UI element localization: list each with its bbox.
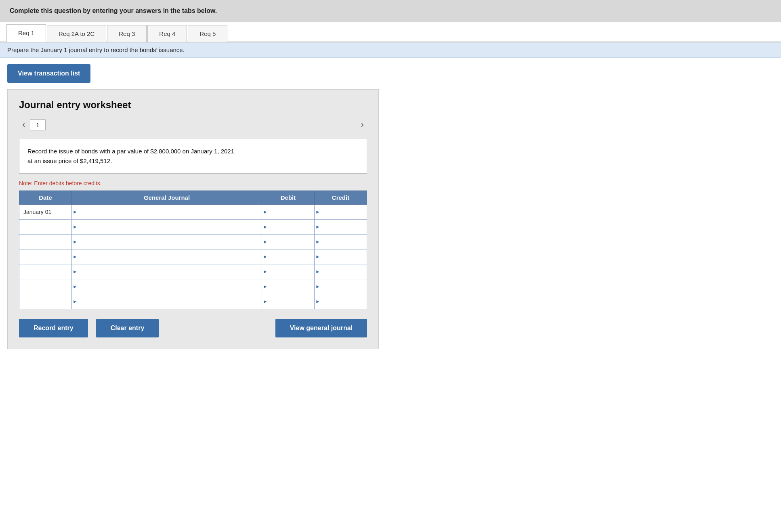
tab-req2a2c[interactable]: Req 2A to 2C	[47, 25, 106, 42]
journal-cell-2[interactable]: ►	[72, 220, 262, 235]
credit-cell-5[interactable]: ►	[315, 264, 367, 279]
journal-input-2[interactable]	[78, 220, 262, 234]
date-cell-6	[19, 279, 72, 294]
record-entry-button[interactable]: Record entry	[19, 319, 88, 337]
credit-arrow-4: ►	[315, 254, 320, 260]
date-cell-2	[19, 220, 72, 235]
arrow-icon-6: ►	[73, 284, 78, 289]
credit-cell-3[interactable]: ►	[315, 235, 367, 249]
debit-cell-6[interactable]: ►	[262, 279, 315, 294]
col-header-debit: Debit	[262, 191, 315, 205]
arrow-icon-7: ►	[73, 299, 78, 304]
table-row: ► ► ►	[19, 279, 367, 294]
date-cell-3	[19, 235, 72, 249]
journal-input-7[interactable]	[78, 294, 262, 309]
table-row: ► ► ►	[19, 294, 367, 309]
journal-cell-6[interactable]: ►	[72, 279, 262, 294]
tab-req4[interactable]: Req 4	[147, 25, 187, 42]
tabs-bar: Req 1 Req 2A to 2C Req 3 Req 4 Req 5	[0, 24, 781, 42]
debit-cell-2[interactable]: ►	[262, 220, 315, 235]
credit-input-4[interactable]	[320, 249, 367, 264]
tab-req3[interactable]: Req 3	[107, 25, 147, 42]
tab-req5[interactable]: Req 5	[188, 25, 227, 42]
credit-input-3[interactable]	[320, 235, 367, 249]
debit-cell-7[interactable]: ►	[262, 294, 315, 309]
credit-input-1[interactable]	[320, 205, 367, 219]
debit-cell-1[interactable]: ►	[262, 205, 315, 220]
journal-cell-5[interactable]: ►	[72, 264, 262, 279]
table-row: ► ► ►	[19, 264, 367, 279]
debit-cell-5[interactable]: ►	[262, 264, 315, 279]
arrow-icon-5: ►	[73, 269, 78, 274]
credit-input-2[interactable]	[320, 220, 367, 234]
worksheet-title: Journal entry worksheet	[19, 99, 367, 111]
debit-cell-3[interactable]: ►	[262, 235, 315, 249]
journal-cell-7[interactable]: ►	[72, 294, 262, 309]
debit-arrow-5: ►	[263, 269, 268, 274]
debit-input-1[interactable]	[268, 205, 314, 219]
credit-arrow-2: ►	[315, 224, 320, 230]
date-cell-4	[19, 249, 72, 264]
credit-arrow-6: ►	[315, 284, 320, 289]
credit-cell-1[interactable]: ►	[315, 205, 367, 220]
bottom-buttons: Record entry Clear entry View general jo…	[19, 319, 367, 337]
journal-cell-4[interactable]: ►	[72, 249, 262, 264]
credit-cell-7[interactable]: ►	[315, 294, 367, 309]
arrow-icon-4: ►	[73, 254, 78, 260]
credit-input-7[interactable]	[320, 294, 367, 309]
credit-input-6[interactable]	[320, 279, 367, 294]
description-box: Record the issue of bonds with a par val…	[19, 139, 367, 174]
blue-banner: Prepare the January 1 journal entry to r…	[0, 42, 781, 58]
debit-input-4[interactable]	[268, 249, 314, 264]
prev-page-arrow[interactable]: ‹	[19, 118, 28, 132]
journal-input-5[interactable]	[78, 264, 262, 279]
debit-arrow-1: ►	[263, 209, 268, 215]
worksheet-container: Journal entry worksheet ‹ 1 › Record the…	[7, 89, 379, 349]
tab-req1[interactable]: Req 1	[6, 24, 46, 42]
debit-arrow-7: ►	[263, 299, 268, 304]
debit-input-6[interactable]	[268, 279, 314, 294]
debit-input-2[interactable]	[268, 220, 314, 234]
debit-input-5[interactable]	[268, 264, 314, 279]
journal-input-3[interactable]	[78, 235, 262, 249]
credit-input-5[interactable]	[320, 264, 367, 279]
credit-cell-6[interactable]: ►	[315, 279, 367, 294]
journal-cell-1[interactable]: ►	[72, 205, 262, 220]
journal-input-6[interactable]	[78, 279, 262, 294]
arrow-icon-3: ►	[73, 239, 78, 245]
debit-arrow-6: ►	[263, 284, 268, 289]
note-text: Note: Enter debits before credits.	[19, 180, 367, 186]
debit-arrow-4: ►	[263, 254, 268, 260]
col-header-journal: General Journal	[72, 191, 262, 205]
journal-input-4[interactable]	[78, 249, 262, 264]
credit-arrow-7: ►	[315, 299, 320, 304]
col-header-credit: Credit	[315, 191, 367, 205]
col-header-date: Date	[19, 191, 72, 205]
journal-table: Date General Journal Debit Credit Januar…	[19, 191, 367, 309]
credit-arrow-3: ►	[315, 239, 320, 245]
nav-row: ‹ 1 ›	[19, 118, 367, 132]
description-line1: Record the issue of bonds with a par val…	[27, 147, 359, 156]
table-row: ► ► ►	[19, 235, 367, 249]
debit-input-3[interactable]	[268, 235, 314, 249]
arrow-icon-2: ►	[73, 224, 78, 230]
table-row: January 01 ► ► ►	[19, 205, 367, 220]
journal-input-1[interactable]	[78, 205, 262, 219]
clear-entry-button[interactable]: Clear entry	[96, 319, 159, 337]
debit-cell-4[interactable]: ►	[262, 249, 315, 264]
table-row: ► ► ►	[19, 249, 367, 264]
view-transaction-button[interactable]: View transaction list	[7, 64, 90, 83]
credit-arrow-5: ►	[315, 269, 320, 274]
credit-cell-4[interactable]: ►	[315, 249, 367, 264]
next-page-arrow[interactable]: ›	[358, 118, 367, 132]
date-cell-1: January 01	[19, 205, 72, 220]
debit-input-7[interactable]	[268, 294, 314, 309]
date-cell-7	[19, 294, 72, 309]
journal-cell-3[interactable]: ►	[72, 235, 262, 249]
view-general-journal-button[interactable]: View general journal	[275, 319, 367, 337]
credit-cell-2[interactable]: ►	[315, 220, 367, 235]
description-line2: at an issue price of $2,419,512.	[27, 156, 359, 166]
table-row: ► ► ►	[19, 220, 367, 235]
arrow-icon-1: ►	[73, 209, 78, 215]
page-indicator: 1	[30, 119, 45, 130]
